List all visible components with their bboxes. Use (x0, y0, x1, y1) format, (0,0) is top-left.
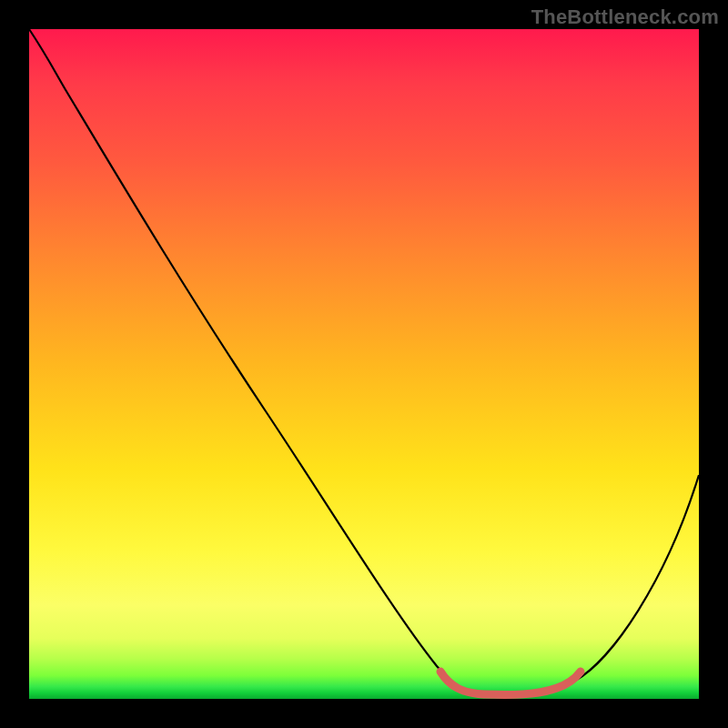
curve-layer (29, 29, 699, 699)
plot-area (29, 29, 699, 699)
watermark-text: TheBottleneck.com (531, 5, 719, 29)
chart-frame: TheBottleneck.com (0, 0, 728, 728)
bottleneck-curve (29, 29, 699, 695)
optimal-range-marker (440, 672, 581, 694)
